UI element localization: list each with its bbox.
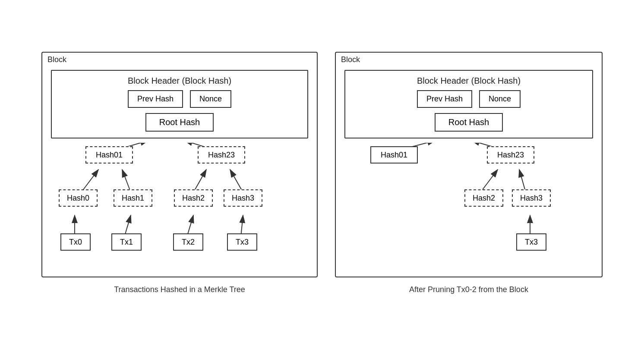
diagram1-hash2: Hash2 [174, 189, 213, 207]
diagram2-prev-hash: Prev Hash [417, 90, 472, 108]
diagram2-container: Block Block Header (Block Hash) Prev Has… [335, 52, 603, 294]
diagram1-hash23: Hash23 [198, 146, 245, 164]
diagram1-header-box: Block Header (Block Hash) Prev Hash Nonc… [51, 70, 308, 138]
diagram2-block-label: Block [341, 55, 360, 64]
diagram2-block: Block Block Header (Block Hash) Prev Has… [335, 52, 603, 277]
diagram1-block-label: Block [47, 55, 66, 64]
diagram2-hash23: Hash23 [487, 146, 534, 164]
diagram2-nonce: Nonce [479, 90, 521, 108]
diagram1-tx1: Tx1 [111, 233, 142, 251]
diagram1-hash1: Hash1 [114, 189, 152, 207]
diagram2-hash3: Hash3 [512, 189, 551, 207]
diagram1-header-title: Block Header (Block Hash) [128, 76, 231, 86]
diagram1-nonce: Nonce [190, 90, 231, 108]
diagram1-tx0: Tx0 [60, 233, 91, 251]
diagram2-tree-area: Hash01 Hash23 Hash2 Hash3 Tx3 [344, 143, 595, 268]
diagram2-tx3: Tx3 [516, 233, 546, 251]
diagram1-root-hash: Root Hash [145, 113, 214, 132]
diagram2-hash2: Hash2 [464, 189, 503, 207]
diagram2-hash01: Hash01 [370, 146, 418, 164]
diagram2-caption: After Pruning Tx0-2 from the Block [409, 285, 528, 294]
diagram2-header-title: Block Header (Block Hash) [417, 76, 521, 86]
diagram1-header-row: Prev Hash Nonce [128, 90, 231, 108]
diagram1-tree-area: Hash01 Hash23 Hash0 Hash1 Hash2 Hash3 Tx… [51, 143, 310, 268]
diagram1-block: Block Block Header (Block Hash) Prev Has… [41, 52, 318, 277]
diagrams-wrapper: Block Block Header (Block Hash) Prev Has… [41, 52, 603, 294]
diagram1-prev-hash: Prev Hash [128, 90, 183, 108]
diagram2-header-box: Block Header (Block Hash) Prev Hash Nonc… [344, 70, 593, 138]
diagram1-caption: Transactions Hashed in a Merkle Tree [114, 285, 245, 294]
diagram1-tx3: Tx3 [227, 233, 257, 251]
diagram1-tx2: Tx2 [173, 233, 203, 251]
diagram1-hash0: Hash0 [59, 189, 98, 207]
diagram1-hash3: Hash3 [224, 189, 262, 207]
diagram2-header-row: Prev Hash Nonce [417, 90, 521, 108]
diagram1-container: Block Block Header (Block Hash) Prev Has… [41, 52, 318, 294]
diagram1-hash01: Hash01 [85, 146, 133, 164]
diagram2-root-hash: Root Hash [435, 113, 503, 132]
